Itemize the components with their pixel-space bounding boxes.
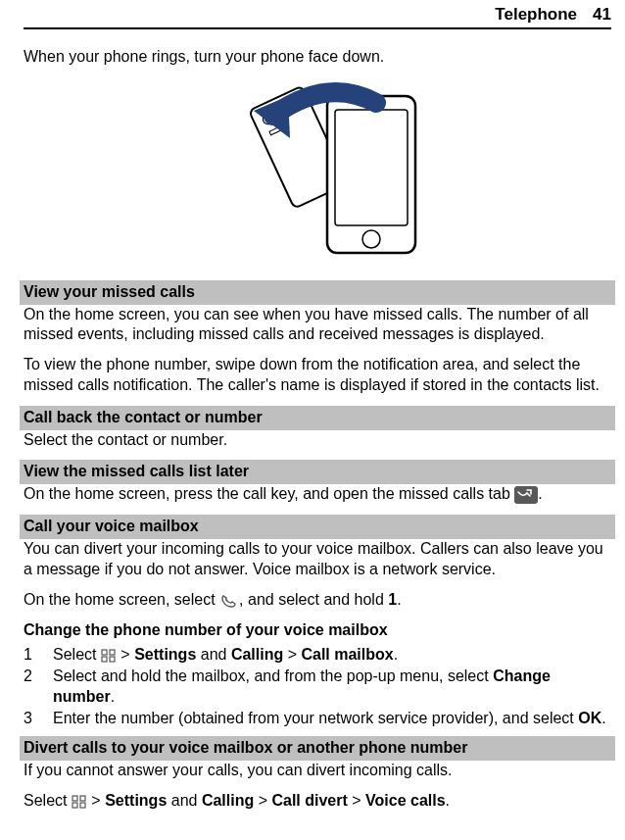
s2-post: . [111, 688, 115, 705]
s1-b3: Call mailbox [301, 646, 393, 663]
svg-rect-3 [327, 96, 415, 253]
later-p: On the home screen, press the call key, … [24, 484, 611, 505]
step-3-text: Enter the number (obtained from your net… [53, 709, 611, 729]
page-header: Telephone 41 [24, 0, 611, 29]
svg-rect-13 [72, 796, 77, 801]
section-voicemail: Call your voice mailbox [20, 515, 615, 539]
svg-rect-14 [80, 796, 85, 801]
vm-p2-post: . [397, 591, 401, 608]
missed-p1: On the home screen, you can see when you… [24, 305, 611, 346]
s3-pre: Enter the number (obtained from your net… [53, 710, 578, 726]
step-num-2: 2 [24, 667, 53, 708]
call-icon [219, 590, 239, 611]
dv-4: > [348, 792, 365, 809]
divert-p1: If you cannot answer your calls, you can… [24, 761, 611, 781]
menu-icon [72, 791, 87, 812]
menu-icon [101, 645, 117, 666]
dv-3: > [254, 792, 271, 809]
svg-rect-10 [110, 650, 115, 655]
s1-b1: Settings [134, 646, 196, 663]
voicemail-p1: You can divert your incoming calls to yo… [24, 539, 611, 580]
flip-phone-illustration [24, 81, 611, 263]
vm-p2-bold: 1 [388, 591, 397, 608]
missed-p2: To view the phone number, swipe down fro… [24, 355, 611, 396]
section-divert: Divert calls to your voice mailbox or an… [20, 736, 615, 761]
step-2: 2 Select and hold the mailbox, and from … [24, 667, 611, 708]
intro-text: When your phone rings, turn your phone f… [24, 47, 611, 68]
s1-pre: Select [53, 646, 101, 663]
dv-b1: Settings [105, 792, 167, 809]
vm-p2-mid: , and select and hold [239, 591, 388, 608]
section-view-missed: View your missed calls [20, 280, 615, 305]
voicemail-p2: On the home screen, select , and select … [24, 590, 611, 611]
divert-p2: Select > Settings and Calling > Call div… [24, 791, 611, 812]
dv-2: and [167, 792, 202, 809]
section-change-number: Change the phone number of your voice ma… [24, 620, 611, 641]
section-callback: Call back the contact or number [20, 406, 615, 430]
vm-p2-pre: On the home screen, select [24, 591, 219, 608]
s2-pre: Select and hold the mailbox, and from th… [53, 667, 493, 684]
step-3: 3 Enter the number (obtained from your n… [24, 709, 611, 729]
header-page-number: 41 [593, 4, 611, 25]
callback-p: Select the contact or number. [24, 430, 611, 451]
header-chapter: Telephone [495, 4, 577, 25]
change-number-steps: 1 Select > Settings and Calling > Call m… [24, 645, 611, 729]
later-pre: On the home screen, press the call key, … [24, 485, 514, 502]
svg-rect-12 [110, 657, 115, 662]
step-2-text: Select and hold the mailbox, and from th… [53, 667, 611, 708]
dv-b4: Voice calls [365, 792, 446, 809]
section-later: View the missed calls list later [20, 460, 615, 484]
dv-1: > [87, 792, 105, 809]
svg-rect-11 [102, 657, 107, 662]
dv-b2: Calling [202, 792, 254, 809]
dv-pre: Select [24, 792, 72, 809]
missed-call-tab-icon [514, 485, 538, 506]
step-1: 1 Select > Settings and Calling > Call m… [24, 645, 611, 666]
dv-b3: Call divert [271, 792, 347, 809]
step-num-3: 3 [24, 709, 53, 729]
svg-rect-16 [80, 803, 85, 808]
s1-3: > [283, 646, 301, 663]
s1-2: and [196, 646, 231, 663]
svg-rect-15 [72, 803, 77, 808]
step-1-text: Select > Settings and Calling > Call mai… [53, 645, 611, 666]
s3-b: OK [578, 710, 601, 726]
step-num-1: 1 [24, 645, 53, 666]
svg-rect-9 [102, 650, 107, 655]
s3-post: . [601, 710, 605, 726]
s1-b2: Calling [231, 646, 283, 663]
s1-1: > [117, 646, 134, 663]
dv-5: . [446, 792, 450, 809]
later-post: . [538, 485, 542, 502]
s1-4: . [394, 646, 398, 663]
